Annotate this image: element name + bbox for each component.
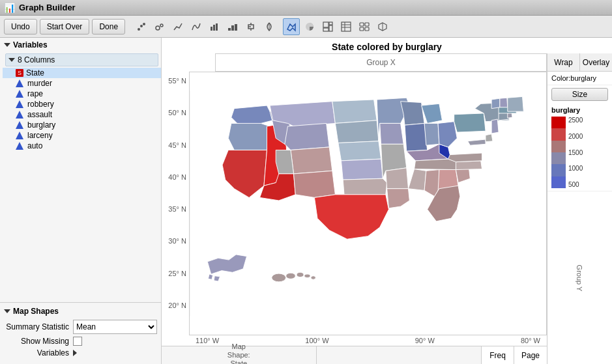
variable-item-murder[interactable]: murder — [3, 78, 161, 89]
graph3d-icon[interactable] — [374, 18, 391, 35]
variable-item-assault[interactable]: assault — [3, 109, 161, 120]
map-shape-state-label: MapShape:State — [162, 346, 317, 364]
page-button[interactable]: Page — [514, 346, 547, 364]
done-button[interactable]: Done — [92, 19, 125, 35]
group-x-header[interactable]: Group X — [215, 53, 547, 72]
variable-name-auto: auto — [27, 141, 42, 150]
bubble-icon[interactable] — [151, 18, 168, 35]
variable-item-rape[interactable]: rape — [3, 89, 161, 99]
map-shapes-label: Map Shapes — [13, 307, 59, 316]
variable-name-burglary: burglary — [27, 120, 55, 130]
graph-main: Group X 55° N 50° N 45° N 40° N 35° N 30… — [162, 53, 547, 364]
line-icon[interactable] — [169, 18, 186, 35]
svg-point-4 — [160, 24, 163, 27]
nominal-icon-state: S — [16, 69, 23, 77]
svg-point-29 — [272, 273, 286, 282]
bar-chart-icon[interactable] — [206, 18, 223, 35]
variable-name-murder: murder — [27, 79, 52, 88]
svg-rect-18 — [329, 25, 332, 31]
card-icon[interactable] — [356, 18, 373, 35]
wrap-button[interactable]: Wrap — [547, 53, 580, 71]
bottom-bar: MapShape:State Freq Page — [162, 346, 547, 364]
table-icon2[interactable] — [338, 18, 355, 35]
svg-rect-24 — [360, 23, 364, 26]
variable-item-robbery[interactable]: robbery — [3, 99, 161, 109]
continuous-icon-assault — [16, 111, 23, 119]
variables-row: Variables — [4, 348, 157, 357]
svg-rect-5 — [211, 27, 212, 31]
title-bar-text: Graph Builder — [19, 3, 608, 12]
y-label-45: 45° N — [168, 141, 186, 149]
variable-name-robbery: robbery — [27, 100, 54, 109]
y-label-40: 40° N — [168, 173, 186, 181]
summary-stat-row: Summary Statistic Mean Sum Count Min Max — [4, 320, 157, 334]
svg-rect-25 — [365, 23, 369, 26]
start-over-button[interactable]: Start Over — [40, 19, 90, 35]
continuous-icon-robbery — [16, 100, 23, 108]
map-container — [189, 72, 547, 335]
svg-rect-27 — [365, 27, 369, 31]
y-axis-labels: 55° N 50° N 45° N 40° N 35° N 30° N 25° … — [162, 72, 189, 335]
map-shape-text: MapShape:State — [227, 343, 250, 364]
columns-label: 8 Columns — [18, 55, 55, 64]
graph-builder-icon: 📊 — [4, 3, 15, 13]
variables-row-label: Variables — [4, 348, 69, 357]
chart-type-icons — [133, 18, 391, 35]
continuous-icon-auto — [16, 142, 23, 150]
variables-expand-icon[interactable] — [73, 350, 77, 356]
undo-button[interactable]: Undo — [4, 19, 37, 35]
y-label-55: 55° N — [168, 77, 186, 85]
curve-icon[interactable] — [188, 18, 205, 35]
scatter-icon[interactable] — [133, 18, 150, 35]
color-burglary-label: Color:burglary — [547, 72, 612, 85]
map-icon[interactable] — [283, 18, 300, 35]
violin-icon[interactable] — [261, 18, 278, 35]
overlay-button[interactable]: Overlay — [580, 53, 612, 71]
svg-rect-17 — [329, 22, 332, 25]
variable-item-burglary[interactable]: burglary — [3, 120, 161, 130]
usa-map-svg — [190, 72, 546, 335]
svg-rect-8 — [228, 28, 231, 31]
x-label-110: 110° W — [196, 337, 219, 344]
variables-section: Variables 8 Columns S State murder rape — [0, 38, 161, 302]
treemap-icon[interactable] — [319, 18, 336, 35]
title-bar: 📊 Graph Builder — [0, 0, 612, 16]
show-missing-row: Show Missing — [4, 337, 157, 346]
y-label-35: 35° N — [168, 205, 186, 213]
variable-item-larceny[interactable]: larceny — [3, 130, 161, 141]
separator1 — [279, 18, 282, 35]
size-button[interactable]: Size — [551, 88, 608, 101]
variable-item-auto[interactable]: auto — [3, 141, 161, 151]
box-plot-icon[interactable] — [242, 18, 259, 35]
svg-rect-10 — [235, 24, 237, 31]
legend-value-1500: 1500 — [568, 149, 583, 156]
variables-collapse-icon[interactable] — [4, 43, 10, 47]
variable-name-state: State — [26, 68, 44, 77]
right-panel: Wrap Overlay Color:burglary Size burglar… — [547, 53, 612, 364]
variable-item-state[interactable]: S State — [3, 68, 161, 78]
summary-stat-select[interactable]: Mean Sum Count Min Max — [73, 320, 157, 334]
legend-value-500: 500 — [568, 181, 583, 188]
svg-point-0 — [138, 28, 140, 31]
variable-name-assault: assault — [27, 110, 52, 119]
show-missing-checkbox[interactable] — [73, 337, 82, 346]
columns-collapse-icon[interactable] — [8, 58, 15, 62]
variables-label: Variables — [13, 40, 48, 49]
y-label-50: 50° N — [168, 109, 186, 117]
y-label-30: 30° N — [168, 237, 186, 245]
freq-button[interactable]: Freq — [482, 346, 514, 364]
svg-rect-26 — [360, 27, 364, 31]
map-shapes-collapse-icon[interactable] — [4, 309, 10, 313]
svg-rect-20 — [342, 22, 351, 31]
graph-content: Group X 55° N 50° N 45° N 40° N 35° N 30… — [162, 53, 612, 364]
svg-point-3 — [156, 26, 160, 30]
pie-icon[interactable] — [301, 18, 318, 35]
columns-group: 8 Columns S State murder rape robbery — [0, 53, 161, 151]
columns-header: 8 Columns — [5, 53, 158, 66]
group-y-label[interactable]: Group Y — [576, 264, 584, 291]
continuous-icon-murder — [16, 79, 23, 87]
histogram-icon[interactable] — [224, 18, 241, 35]
svg-rect-19 — [323, 28, 328, 31]
y-label-20: 20° N — [168, 301, 186, 309]
variable-name-larceny: larceny — [27, 131, 53, 140]
